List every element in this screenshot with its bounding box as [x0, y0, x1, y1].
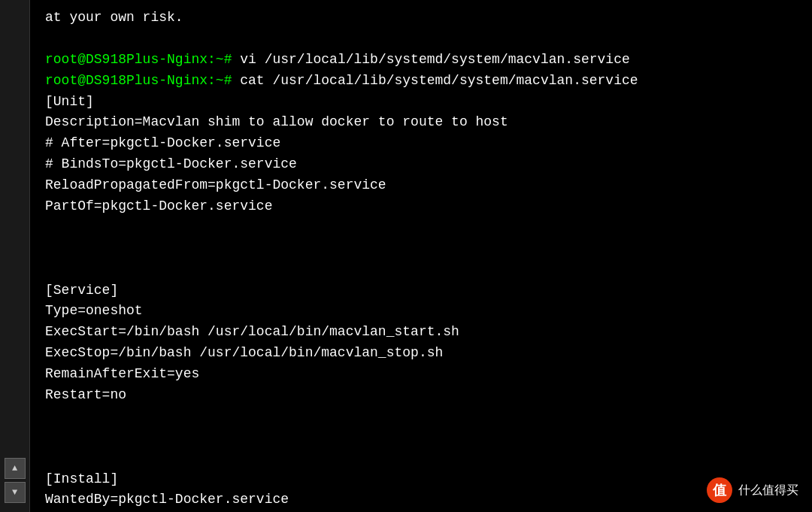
terminal-line: PartOf=pkgctl-Docker.service — [45, 196, 797, 217]
terminal-line: Restart=no — [45, 385, 797, 406]
terminal-line: [Unit] — [45, 92, 797, 113]
terminal-line: ReloadPropagatedFrom=pkgctl-Docker.servi… — [45, 175, 797, 196]
terminal-line: ExecStart=/bin/bash /usr/local/bin/macvl… — [45, 322, 797, 343]
terminal-line: WantedBy=pkgctl-Docker.service — [45, 489, 797, 510]
scroll-up-button[interactable]: ▲ — [5, 458, 26, 479]
terminal-line: [Service] — [45, 280, 797, 301]
terminal-line — [45, 238, 797, 259]
terminal-line — [45, 259, 797, 280]
scrollbar[interactable]: ▲ ▼ — [0, 0, 30, 512]
terminal-output: at your own risk. root@DS918Plus-Nginx:~… — [30, 0, 812, 512]
watermark: 值 什么值得买 — [707, 477, 798, 503]
watermark-text: 什么值得买 — [738, 483, 798, 498]
terminal-line: # BindsTo=pkgctl-Docker.service — [45, 154, 797, 175]
terminal-line: [Install] — [45, 469, 797, 490]
terminal-line: Description=Macvlan shim to allow docker… — [45, 112, 797, 133]
terminal-line — [45, 448, 797, 469]
terminal-line: RemainAfterExit=yes — [45, 364, 797, 385]
terminal-line: ExecStop=/bin/bash /usr/local/bin/macvla… — [45, 343, 797, 364]
terminal-line — [45, 427, 797, 448]
terminal-line: at your own risk. — [45, 8, 797, 29]
terminal-line: # After=pkgctl-Docker.service — [45, 133, 797, 154]
terminal-line: Type=oneshot — [45, 301, 797, 322]
terminal-line — [45, 217, 797, 238]
terminal-line: root@DS918Plus-Nginx:~# cat /usr/local/l… — [45, 71, 797, 92]
watermark-icon: 值 — [707, 477, 732, 503]
terminal-line — [45, 406, 797, 427]
scroll-down-button[interactable]: ▼ — [5, 482, 26, 503]
terminal-line — [45, 29, 797, 50]
terminal-window: ▲ ▼ at your own risk. root@DS918Plus-Ngi… — [0, 0, 812, 512]
terminal-line: root@DS918Plus-Nginx:~# vi /usr/local/li… — [45, 50, 797, 71]
